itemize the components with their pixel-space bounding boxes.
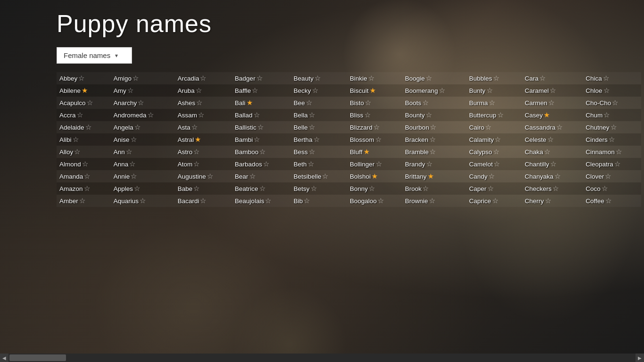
star-button[interactable]: ☆ [426, 160, 432, 168]
star-button[interactable]: ★ [363, 148, 370, 156]
star-button[interactable]: ☆ [257, 123, 264, 131]
star-button[interactable]: ☆ [616, 148, 622, 156]
star-button[interactable]: ☆ [375, 135, 381, 143]
star-button[interactable]: ☆ [439, 86, 445, 94]
star-button[interactable]: ★ [544, 111, 550, 119]
star-button[interactable]: ☆ [254, 111, 260, 119]
star-button[interactable]: ☆ [369, 184, 375, 192]
star-button[interactable]: ☆ [611, 123, 617, 131]
star-button[interactable]: ★ [372, 172, 378, 180]
star-button[interactable]: ☆ [148, 111, 154, 119]
horizontal-scrollbar[interactable]: ◀ ▶ [0, 354, 644, 362]
star-button[interactable]: ☆ [126, 148, 132, 156]
star-button[interactable]: ☆ [79, 197, 85, 205]
star-button[interactable]: ★ [82, 86, 88, 94]
category-dropdown[interactable]: Female names ▾ [57, 47, 132, 64]
star-button[interactable]: ☆ [193, 148, 199, 156]
star-button[interactable]: ☆ [550, 86, 556, 94]
star-button[interactable]: ☆ [426, 74, 432, 82]
star-button[interactable]: ☆ [191, 123, 198, 131]
star-button[interactable]: ☆ [492, 197, 498, 205]
star-button[interactable]: ☆ [249, 172, 256, 180]
star-button[interactable]: ☆ [127, 86, 133, 94]
star-button[interactable]: ☆ [378, 197, 384, 205]
star-button[interactable]: ☆ [304, 197, 310, 205]
star-button[interactable]: ☆ [365, 99, 371, 107]
star-button[interactable]: ☆ [200, 74, 206, 82]
star-button[interactable]: ☆ [422, 184, 429, 192]
star-button[interactable]: ☆ [74, 148, 80, 156]
star-button[interactable]: ☆ [548, 99, 554, 107]
scroll-track[interactable] [8, 354, 636, 362]
star-button[interactable]: ☆ [554, 172, 561, 180]
star-button[interactable]: ☆ [487, 86, 493, 94]
star-button[interactable]: ☆ [605, 197, 611, 205]
star-button[interactable]: ☆ [550, 160, 556, 168]
star-button[interactable]: ☆ [488, 172, 495, 180]
star-button[interactable]: ☆ [547, 135, 553, 143]
star-button[interactable]: ☆ [314, 135, 320, 143]
star-button[interactable]: ☆ [602, 184, 608, 192]
star-button[interactable]: ☆ [132, 74, 139, 82]
star-button[interactable]: ☆ [84, 184, 90, 192]
star-button[interactable]: ☆ [85, 123, 91, 131]
star-button[interactable]: ☆ [429, 148, 436, 156]
star-button[interactable]: ☆ [373, 123, 380, 131]
star-button[interactable]: ☆ [77, 111, 83, 119]
star-button[interactable]: ☆ [430, 123, 436, 131]
star-button[interactable]: ☆ [311, 184, 317, 192]
scroll-right-arrow[interactable]: ▶ [636, 354, 644, 362]
star-button[interactable]: ☆ [612, 99, 618, 107]
star-button[interactable]: ★ [370, 86, 376, 94]
star-button[interactable]: ☆ [556, 123, 562, 131]
star-button[interactable]: ☆ [129, 160, 135, 168]
star-button[interactable]: ☆ [495, 135, 501, 143]
star-button[interactable]: ★ [428, 172, 434, 180]
star-button[interactable]: ☆ [309, 148, 315, 156]
star-button[interactable]: ☆ [256, 74, 263, 82]
star-button[interactable]: ☆ [196, 86, 202, 94]
star-button[interactable]: ☆ [603, 111, 610, 119]
star-button[interactable]: ★ [247, 99, 253, 107]
star-button[interactable]: ☆ [259, 184, 265, 192]
star-button[interactable]: ☆ [306, 99, 312, 107]
star-button[interactable]: ☆ [252, 86, 258, 94]
star-button[interactable]: ☆ [553, 184, 559, 192]
star-button[interactable]: ☆ [196, 99, 202, 107]
star-button[interactable]: ☆ [308, 160, 314, 168]
scroll-thumb[interactable] [9, 354, 66, 361]
star-button[interactable]: ☆ [140, 197, 146, 205]
star-button[interactable]: ☆ [544, 148, 550, 156]
star-button[interactable]: ☆ [605, 172, 611, 180]
star-button[interactable]: ☆ [87, 99, 93, 107]
star-button[interactable]: ☆ [614, 160, 620, 168]
star-button[interactable]: ☆ [309, 111, 315, 119]
star-button[interactable]: ☆ [545, 197, 551, 205]
star-button[interactable]: ☆ [376, 160, 382, 168]
star-button[interactable]: ☆ [364, 111, 371, 119]
star-button[interactable]: ☆ [312, 86, 318, 94]
star-button[interactable]: ☆ [73, 135, 79, 143]
star-button[interactable]: ☆ [489, 99, 495, 107]
star-button[interactable]: ☆ [131, 135, 137, 143]
star-button[interactable]: ☆ [193, 184, 199, 192]
star-button[interactable]: ☆ [198, 111, 204, 119]
star-button[interactable]: ☆ [259, 148, 265, 156]
star-button[interactable]: ★ [195, 135, 201, 143]
star-button[interactable]: ☆ [539, 74, 545, 82]
star-button[interactable]: ☆ [603, 86, 610, 94]
star-button[interactable]: ☆ [422, 99, 429, 107]
star-button[interactable]: ☆ [131, 172, 137, 180]
star-button[interactable]: ☆ [193, 160, 199, 168]
star-button[interactable]: ☆ [603, 74, 609, 82]
star-button[interactable]: ☆ [82, 160, 88, 168]
star-button[interactable]: ☆ [485, 123, 491, 131]
star-button[interactable]: ☆ [609, 135, 615, 143]
star-button[interactable]: ☆ [265, 197, 271, 205]
star-button[interactable]: ☆ [426, 111, 432, 119]
star-button[interactable]: ☆ [254, 135, 260, 143]
star-button[interactable]: ☆ [84, 172, 90, 180]
star-button[interactable]: ☆ [368, 74, 374, 82]
star-button[interactable]: ☆ [493, 148, 499, 156]
star-button[interactable]: ☆ [493, 74, 499, 82]
